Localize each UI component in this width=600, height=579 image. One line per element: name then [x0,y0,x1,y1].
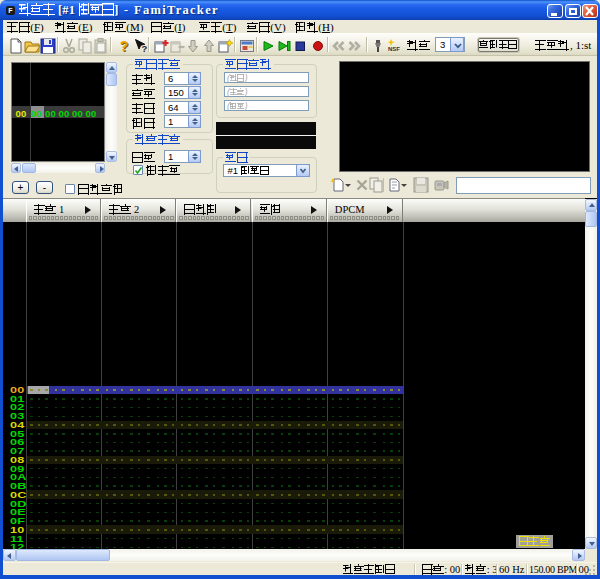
svg-text:NSF: NSF [388,46,400,52]
svg-text:?: ? [142,43,148,54]
